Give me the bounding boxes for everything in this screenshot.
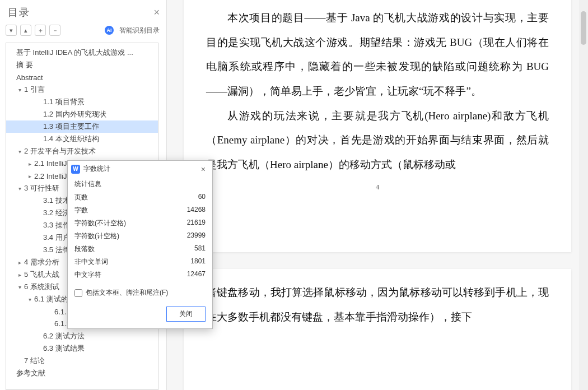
- caret-icon[interactable]: ▾: [16, 185, 23, 192]
- toc-item-1-2[interactable]: 1.2 国内外研究现状: [6, 108, 158, 120]
- paragraph: 从游戏的玩法来说，主要就是我方飞机(Hero airplane)和敌方飞机（En…: [206, 104, 549, 177]
- page-number: 4: [206, 183, 549, 192]
- toc-item-1-1[interactable]: 1.1 项目背景: [6, 96, 158, 108]
- paragraph: 本次项目的题目——基于 Java 的飞机大战游戏的设计与实现，主要目的是实现飞机…: [206, 6, 549, 104]
- include-footnotes-input[interactable]: [74, 289, 82, 297]
- stat-value: 21619: [187, 219, 206, 228]
- stat-value: 1801: [190, 257, 206, 267]
- toc-item-label: 3.1 技术: [43, 196, 70, 206]
- toc-item-label: 3.3 操作: [43, 220, 70, 230]
- toc-item-label: Abstract: [16, 73, 43, 82]
- toc-item-7[interactable]: 7 结论: [6, 355, 158, 367]
- document-viewport: 本次项目的题目——基于 Java 的飞机大战游戏的设计与实现，主要目的是实现飞机…: [167, 0, 588, 390]
- toc-item-label: 3.2 经济: [43, 208, 70, 218]
- dialog-close-icon[interactable]: ×: [199, 165, 208, 174]
- stat-label: 字符数(不计空格): [74, 219, 187, 228]
- dialog-body: 统计信息 页数60字数14268字符数(不计空格)21619字符数(计空格)23…: [68, 176, 212, 302]
- dialog-title: 字数统计: [83, 164, 199, 174]
- toc-item-abstract-cn[interactable]: 摘 要: [6, 59, 158, 71]
- outline-expand-all-icon[interactable]: ▾: [6, 25, 17, 36]
- toc-item-label: 3.4 用户: [43, 233, 70, 243]
- outline-add-icon[interactable]: ＋: [35, 25, 46, 36]
- stats-list: 页数60字数14268字符数(不计空格)21619字符数(计空格)23999段落…: [74, 191, 206, 281]
- toc-item-1-4[interactable]: 1.4 本文组织结构: [6, 133, 158, 145]
- sidebar-tools: ▾ ▴ ＋ － AI 智能识别目录: [0, 22, 166, 39]
- toc-item-2[interactable]: ▾2 开发平台与开发技术: [6, 145, 158, 157]
- stat-label: 页数: [74, 193, 198, 202]
- paragraph: 者键盘移动，我打算选择鼠标移动，因为鼠标移动可以转移到手机上，现在大多数手机都没…: [206, 280, 549, 329]
- page-4: 本次项目的题目——基于 Java 的飞机大战游戏的设计与实现，主要目的是实现飞机…: [184, 0, 571, 252]
- toc-item-label: 1 引言: [24, 85, 45, 95]
- toc-item-label: 1.1 项目背景: [43, 97, 85, 107]
- toc-item-6-2[interactable]: 6.2 测试方法: [6, 330, 158, 342]
- toc-item-title[interactable]: 基于 IntelliJ IDEA 的飞机大战游戏 ...: [6, 47, 158, 59]
- page-5: 者键盘移动，我打算选择鼠标移动，因为鼠标移动可以转移到手机上，现在大多数手机都没…: [184, 269, 571, 390]
- caret-icon[interactable]: ▾: [16, 87, 23, 93]
- outline-collapse-all-icon[interactable]: ▴: [20, 25, 31, 36]
- stat-value: 12467: [187, 270, 206, 280]
- toc-item-abstract-en[interactable]: Abstract: [6, 71, 158, 83]
- stat-row: 页数60: [74, 191, 206, 204]
- toc-item-refs[interactable]: 参考文献: [6, 367, 158, 379]
- include-footnotes-checkbox[interactable]: 包括文本框、脚注和尾注(F): [74, 288, 206, 298]
- toc-item-1-3[interactable]: 1.3 项目主要工作: [6, 120, 158, 133]
- stat-row: 字符数(计空格)23999: [74, 230, 206, 243]
- toc-item-label: 3 可行性研: [24, 183, 59, 193]
- app-icon: W: [71, 165, 80, 174]
- toc-item-label: 摘 要: [16, 60, 33, 70]
- ai-recognize-toc[interactable]: 智能识别目录: [119, 26, 160, 35]
- stat-row: 非中文单词1801: [74, 256, 206, 268]
- caret-icon[interactable]: ▸: [16, 259, 23, 266]
- stat-value: 581: [194, 244, 206, 254]
- scrollbar-thumb[interactable]: [581, 11, 586, 45]
- stat-label: 非中文单词: [74, 257, 190, 267]
- caret-icon[interactable]: ▸: [16, 272, 23, 278]
- outline-remove-icon[interactable]: －: [49, 25, 60, 36]
- sidebar-close-icon[interactable]: ×: [153, 7, 160, 18]
- toc-item-label: 基于 IntelliJ IDEA 的飞机大战游戏 ...: [16, 48, 133, 58]
- toc-item-label: 6 系统测试: [24, 282, 59, 292]
- dialog-close-button[interactable]: 关闭: [166, 307, 206, 322]
- stat-label: 字数: [74, 206, 187, 215]
- toc-item-label: 参考文献: [16, 368, 45, 378]
- stat-row: 字符数(不计空格)21619: [74, 217, 206, 230]
- caret-icon[interactable]: ▾: [26, 296, 33, 303]
- toc-item-label: 6.1 测试的: [34, 294, 68, 304]
- word-count-dialog: W 字数统计 × 统计信息 页数60字数14268字符数(不计空格)21619字…: [67, 160, 213, 329]
- caret-icon[interactable]: ▸: [26, 173, 33, 179]
- stat-label: 字符数(计空格): [74, 231, 187, 241]
- include-footnotes-label: 包括文本框、脚注和尾注(F): [86, 288, 168, 298]
- toc-item-label: 1.4 本文组织结构: [43, 134, 99, 144]
- stat-row: 段落数581: [74, 243, 206, 256]
- stats-section-label: 统计信息: [74, 177, 206, 191]
- toc-item-label: 6.2 测试方法: [43, 331, 85, 341]
- stat-row: 字数14268: [74, 204, 206, 217]
- toc-item-label: 3.5 法律: [43, 245, 70, 255]
- stat-label: 段落数: [74, 244, 194, 254]
- stat-value: 23999: [187, 231, 206, 241]
- sidebar-header: 目录 ×: [0, 0, 166, 22]
- caret-icon[interactable]: ▾: [16, 148, 23, 155]
- toc-item-label: 1.2 国内外研究现状: [43, 109, 106, 119]
- caret-icon[interactable]: ▸: [26, 161, 33, 167]
- toc-item-label: 2 开发平台与开发技术: [24, 146, 96, 156]
- ai-badge-icon: AI: [105, 26, 114, 35]
- sidebar-title: 目录: [8, 6, 153, 19]
- toc-item-label: 5 飞机大战: [24, 270, 59, 280]
- dialog-titlebar[interactable]: W 字数统计 ×: [68, 161, 212, 176]
- stat-row: 中文字符12467: [74, 268, 206, 281]
- toc-item-label: 6.3 测试结果: [43, 343, 85, 354]
- toc-item-1[interactable]: ▾1 引言: [6, 83, 158, 96]
- toc-item-label: 1.3 项目主要工作: [43, 122, 99, 132]
- stat-label: 中文字符: [74, 270, 187, 280]
- toc-item-6-3[interactable]: 6.3 测试结果: [6, 342, 158, 355]
- toc-item-label: 2.2 IntelliJ: [34, 172, 67, 180]
- stat-value: 14268: [187, 206, 206, 215]
- toc-item-label: 4 需求分析: [24, 257, 59, 267]
- stat-value: 60: [198, 193, 206, 202]
- caret-icon[interactable]: ▾: [16, 284, 23, 290]
- vertical-scrollbar[interactable]: [579, 0, 588, 390]
- toc-item-label: 7 结论: [24, 356, 45, 366]
